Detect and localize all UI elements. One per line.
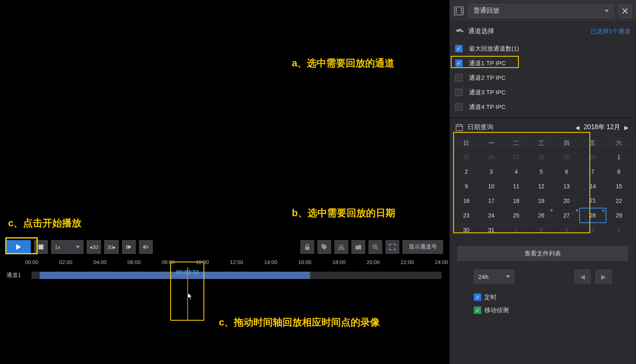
calendar-day[interactable]: 18 (504, 194, 529, 208)
prev-month-button[interactable]: ◀ (574, 124, 581, 131)
calendar-day[interactable]: 28 (529, 150, 554, 164)
svg-rect-12 (39, 245, 43, 249)
playback-toolbar: 1x ◂30 30▸ 显示通道号 (0, 239, 450, 255)
playback-mode-dropdown[interactable]: 普通回放 (468, 4, 614, 18)
legend-motion[interactable]: ✓ 移动侦测 (474, 304, 612, 317)
calendar-day[interactable]: 24 (479, 208, 504, 223)
channel-item-1[interactable]: ✓通道1 TP IPC (455, 56, 630, 70)
calendar-day[interactable]: 1 (606, 150, 632, 164)
calendar-day[interactable]: 29 (554, 150, 580, 164)
calendar-day[interactable]: 31 (479, 223, 504, 237)
calendar-day[interactable]: 7 (580, 164, 606, 179)
channel-label: 通道2 TP IPC (469, 74, 506, 82)
time-tick: 14:00 (264, 259, 277, 265)
forward-30s-button[interactable]: 30▸ (104, 240, 118, 254)
fullscreen-button[interactable] (385, 240, 399, 254)
calendar-day[interactable]: 28 (580, 208, 606, 223)
calendar-day[interactable]: 2 (529, 223, 554, 237)
video-preview (0, 0, 450, 235)
calendar-day[interactable]: 4 (580, 223, 606, 237)
play-button[interactable] (6, 240, 31, 254)
timeline-track[interactable]: 通道1 (0, 270, 450, 281)
page-next-button[interactable]: ▶ (595, 270, 612, 283)
annotation-b: b、选中需要回放的日期 (292, 206, 395, 219)
save-button[interactable] (351, 240, 365, 254)
channel-label: 通道3 TP IPC (469, 89, 506, 96)
track-label: 通道1 (0, 272, 32, 279)
step-button[interactable] (122, 240, 136, 254)
time-tick: 02:00 (59, 259, 73, 265)
tag-button[interactable] (317, 240, 331, 254)
chevron-down-icon (605, 10, 609, 12)
calendar-day[interactable]: 26 (479, 150, 504, 164)
channel-item-3[interactable]: 通道3 TP IPC (455, 85, 630, 100)
close-button[interactable] (618, 4, 632, 18)
mute-button[interactable] (139, 240, 153, 254)
calendar-day[interactable]: 8 (606, 164, 632, 179)
calendar-day[interactable]: 20 (554, 194, 580, 208)
calendar-day[interactable]: 1 (504, 223, 529, 237)
calendar-day[interactable]: 11 (504, 179, 529, 194)
time-ruler: 00:0002:0004:0006:0008:0010:0012:0014:00… (0, 259, 450, 270)
max-channels-label: 最大回放通道数(1) (469, 45, 519, 53)
calendar-day[interactable]: 5 (606, 223, 632, 237)
dow-header: 四 (554, 137, 580, 150)
calendar-day[interactable]: 3 (479, 164, 504, 179)
calendar-day[interactable]: 19 (529, 194, 554, 208)
lock-button[interactable] (300, 240, 314, 254)
calendar-day[interactable]: 6 (554, 164, 580, 179)
calendar-day[interactable]: 12 (529, 179, 554, 194)
calendar-day[interactable]: 2 (454, 164, 479, 179)
selected-count: 已选择1个通道 (591, 28, 630, 35)
recording-segment (40, 272, 310, 279)
calendar-month: 2018年 12月 (584, 123, 620, 132)
channel-item-4[interactable]: 通道4 TP IPC (455, 100, 630, 114)
playback-mode-label: 普通回放 (473, 6, 499, 15)
time-range-dropdown[interactable]: 24h (474, 270, 514, 283)
time-tick: 16:00 (298, 259, 312, 265)
calendar-day[interactable]: 27 (504, 150, 529, 164)
calendar-day[interactable]: 16 (454, 194, 479, 208)
stop-button[interactable] (34, 240, 48, 254)
calendar-day[interactable]: 25 (454, 150, 479, 164)
view-file-list-button[interactable]: 查看文件列表 (458, 246, 628, 261)
calendar-day[interactable]: 30 (454, 223, 479, 237)
next-month-button[interactable]: ▶ (623, 124, 630, 131)
calendar-table: 日一二三四五六 25262728293012345678910111213141… (454, 136, 632, 237)
svg-rect-6 (461, 12, 462, 13)
calendar-day[interactable]: 10 (479, 179, 504, 194)
calendar-day[interactable]: 5 (529, 164, 554, 179)
checkbox-icon: ✓ (455, 60, 463, 67)
calendar-day[interactable]: 29 (606, 208, 632, 223)
calendar-day[interactable]: 13 (554, 179, 580, 194)
annotation-c1: c、点击开始播放 (8, 217, 81, 230)
calendar-day[interactable]: 21 (580, 194, 606, 208)
back-30s-button[interactable]: ◂30 (87, 240, 101, 254)
channel-item-2[interactable]: 通道2 TP IPC (455, 70, 630, 85)
time-tick: 22:00 (400, 259, 414, 265)
calendar-day[interactable]: 4 (504, 164, 529, 179)
calendar-day[interactable]: 26 (529, 208, 554, 223)
zoom-button[interactable] (368, 240, 382, 254)
clip-button[interactable] (334, 240, 348, 254)
time-tick: 20:00 (366, 259, 380, 265)
legend-scheduled[interactable]: ✓ 定时 (474, 291, 612, 304)
show-channel-button[interactable]: 显示通道号 (403, 240, 443, 254)
time-tick: 18:00 (332, 259, 346, 265)
calendar-day[interactable]: 9 (454, 179, 479, 194)
calendar-day[interactable]: 15 (606, 179, 632, 194)
speed-dropdown[interactable]: 1x (51, 240, 84, 254)
channel-section-title: 通道选择 (468, 27, 494, 36)
checkbox-icon (455, 103, 463, 111)
page-prev-button[interactable]: ◀ (574, 270, 591, 283)
calendar-day[interactable]: 23 (454, 208, 479, 223)
calendar-day[interactable]: 30 (580, 150, 606, 164)
calendar-day[interactable]: 14 (580, 179, 606, 194)
calendar-day[interactable]: 3 (554, 223, 580, 237)
calendar-day[interactable]: 22 (606, 194, 632, 208)
time-tick: 10:00 (196, 259, 209, 265)
max-channels-item[interactable]: ✓ 最大回放通道数(1) (455, 41, 630, 56)
calendar-day[interactable]: 17 (479, 194, 504, 208)
calendar-day[interactable]: 25 (504, 208, 529, 223)
calendar-day[interactable]: 27 (554, 208, 580, 223)
